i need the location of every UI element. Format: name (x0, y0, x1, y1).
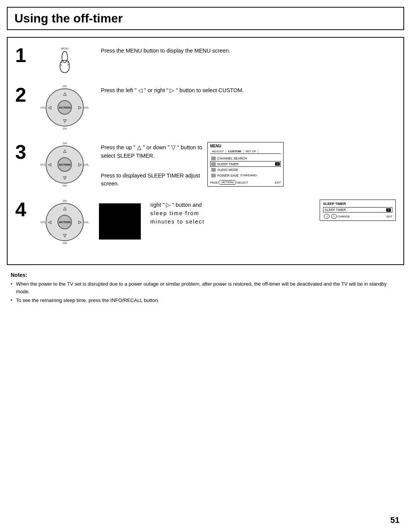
select-label: SELECT (237, 181, 248, 184)
menu-tab-custom: CUSTOM (226, 149, 244, 153)
note-item-2: To see the remaining sleep time, press t… (11, 297, 400, 304)
step-3-text: Press the up " △ " or down " ▽ " button … (97, 142, 204, 188)
menu-tabs: ADJUST CUSTOM SET UP (210, 149, 281, 154)
menu-label: MENU (61, 47, 69, 50)
step-1-number: 1 (15, 45, 36, 65)
audio-mode-label: AUDIO MODE (217, 168, 238, 172)
dpad-outer-4: △ ▽ ◁ ▷ VOL VOL ACTION (46, 203, 84, 241)
dpad-right-arrow: ▷ (78, 105, 81, 110)
dpad-down-3: ▽ (63, 176, 66, 181)
power-save-icon (211, 174, 216, 177)
vol-left-label: VOL (40, 106, 46, 109)
dpad-up-3: △ (63, 149, 66, 153)
page-title: Using the off-timer (14, 11, 397, 26)
page-title-bar: Using the off-timer (7, 7, 404, 30)
step-4-row: 4 CH △ ▽ ◁ ▷ VOL VOL ACTION CH right " ▷… (15, 200, 396, 245)
menu-row-channel-search: CHANNEL SEARCH (210, 155, 281, 161)
channel-search-icon (211, 157, 216, 160)
menu-row-sleep-timer: SLEEP TIMER 0 (210, 161, 281, 167)
sleep-timer-row-label: SLEEP TIMER (325, 208, 346, 212)
menu-row-audio-mode: AUDIO MODE (210, 167, 281, 173)
sleep-box-title: SLEEP TIMER (323, 202, 392, 206)
power-save-label: POWER SAVE (217, 174, 239, 177)
dpad-up-4: △ (63, 206, 66, 211)
step-2-text: Press the left " ◁ " or right " ▷ " butt… (97, 85, 396, 95)
notes-section: Notes: When the power to the TV set is d… (7, 272, 404, 304)
step-1-row: 1 MENU Press the MENU button to (15, 45, 396, 73)
menu-row-power-save: POWER SAVE STANDARD (210, 173, 281, 178)
notes-title: Notes: (11, 272, 400, 278)
step-2-dpad: CH △ ▽ ◁ ▷ VOL VOL ACTION CH (46, 85, 84, 131)
dpad-left-4: ◁ (48, 220, 51, 225)
sleep-timer-label: SLEEP TIMER (217, 162, 239, 166)
dpad-down-4: ▽ (63, 233, 66, 238)
menu-tab-setup: SET UP (244, 149, 259, 153)
vol-right-4: VOL (84, 221, 89, 224)
page-label: PAGE (210, 181, 218, 184)
step-3-dpad: CH △ ▽ ◁ ▷ VOL VOL ACTION CH (46, 142, 84, 188)
dpad-outer: △ ▽ ◁ ▷ VOL VOL ACTION (46, 88, 84, 126)
step-1-visual: MENU (36, 45, 97, 73)
dpad-down-arrow: ▽ (63, 118, 66, 123)
step-3-row: 3 CH △ ▽ ◁ ▷ VOL VOL ACTION CH Press the… (15, 142, 396, 188)
action-button: ACTION (57, 100, 72, 115)
menu-button-icon: MENU (55, 45, 74, 73)
exit-label-menu: EXIT (275, 181, 281, 184)
ch-label-top-4: CH (63, 200, 67, 202)
sleep-timer-box: SLEEP TIMER SLEEP TIMER 0 ◁ ▷ CHANGE EXI… (320, 200, 396, 221)
action-btn-left: ◁ACTION▷ (218, 180, 236, 185)
vol-left-3: VOL (40, 163, 46, 166)
vol-left-4: VOL (40, 221, 46, 224)
svg-point-0 (62, 51, 68, 63)
hand-svg (55, 51, 74, 73)
menu-footer: PAGE ◁ACTION▷ SELECT EXIT (210, 180, 281, 185)
step-3-number: 3 (15, 142, 36, 162)
vol-right-label: VOL (84, 106, 89, 109)
menu-tab-adjust: ADJUST (210, 149, 226, 153)
dpad-right-3: ▷ (78, 162, 81, 167)
dpad-left-arrow: ◁ (48, 105, 51, 110)
svg-line-4 (67, 65, 69, 66)
action-button-4: ACTION (57, 215, 72, 229)
change-btn-left: ◁ (324, 214, 330, 219)
sleep-timer-icon (211, 162, 216, 166)
main-content-box: 1 MENU Press the MENU button to (7, 37, 404, 265)
step-2-number: 2 (15, 85, 36, 105)
page-number: 51 (390, 515, 400, 525)
dpad-up-arrow: △ (63, 91, 66, 96)
step-4-number: 4 (15, 200, 36, 219)
dpad-left-3: ◁ (48, 162, 51, 167)
menu-box-title: MENU (210, 144, 281, 148)
step-1-text: Press the MENU button to display the MEN… (97, 45, 396, 55)
ch-label-bottom-3: CH (63, 184, 67, 187)
step-4-text: right " ▷ " button and sleep time from m… (145, 200, 316, 226)
action-button-3: ACTION (57, 157, 72, 172)
sleep-timer-row: SLEEP TIMER 0 (323, 207, 392, 212)
svg-line-3 (61, 65, 62, 66)
step-4-sleep-box: SLEEP TIMER SLEEP TIMER 0 ◁ ▷ CHANGE EXI… (316, 200, 396, 221)
black-rectangle (99, 203, 141, 240)
change-btn-right: ▷ (331, 214, 337, 219)
power-save-value: STANDARD (241, 174, 257, 177)
ch-label-bottom-4: CH (63, 242, 67, 244)
exit-label-sleep: EXIT (386, 215, 392, 218)
sleep-timer-value: 0 (275, 162, 280, 166)
channel-search-label: CHANNEL SEARCH (217, 157, 247, 160)
dpad-right-4: ▷ (78, 220, 81, 225)
menu-illustration: MENU ADJUST CUSTOM SET UP CHANNEL SEARCH… (207, 142, 284, 187)
change-label: CHANGE (338, 215, 350, 218)
step-2-visual: CH △ ▽ ◁ ▷ VOL VOL ACTION CH (36, 85, 97, 131)
step-2-row: 2 CH △ ▽ ◁ ▷ VOL VOL ACTION CH Press the… (15, 85, 396, 131)
ch-label-top-3: CH (63, 142, 67, 145)
step-4-visual: CH △ ▽ ◁ ▷ VOL VOL ACTION CH (36, 200, 97, 245)
dpad-outer-3: △ ▽ ◁ ▷ VOL VOL ACTION (46, 145, 84, 184)
step-3-visual: CH △ ▽ ◁ ▷ VOL VOL ACTION CH (36, 142, 97, 188)
note-item-1: When the power to the TV set is disrupte… (11, 280, 400, 295)
step-4-dpad: CH △ ▽ ◁ ▷ VOL VOL ACTION CH (46, 200, 84, 245)
vol-right-3: VOL (84, 163, 89, 166)
step-3-menu: MENU ADJUST CUSTOM SET UP CHANNEL SEARCH… (204, 142, 284, 187)
sleep-footer: ◁ ▷ CHANGE EXIT (323, 214, 392, 219)
ch-label-top: CH (63, 85, 67, 88)
sleep-timer-row-value: 0 (386, 208, 391, 212)
ch-label-bottom: CH (63, 127, 67, 130)
